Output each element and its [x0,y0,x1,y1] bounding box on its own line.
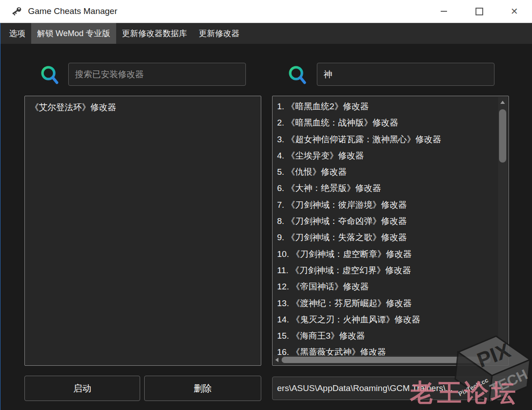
menu-item-unlock-wemod[interactable]: 解锁 WeMod 专业版 [31,23,116,44]
installed-trainers-list: 《艾尔登法环》修改器 [25,96,261,365]
list-item[interactable]: 7. 《刀剑神域：彼岸游境》修改器 [277,197,498,213]
menu-item-update-trainers[interactable]: 更新修改器 [193,23,245,44]
list-item[interactable]: 12. 《帝国神话》修改器 [277,279,498,295]
search-icon [39,65,60,85]
list-item[interactable]: 13. 《渡神纪：芬尼斯崛起》修改器 [277,295,498,312]
delete-button[interactable]: 删除 [144,376,261,401]
horizontal-scrollbar[interactable] [273,355,508,364]
scroll-down-icon[interactable] [500,350,505,354]
list-item[interactable]: 9. 《刀剑神域：失落之歌》修改器 [277,229,498,246]
list-item[interactable]: 6. 《大神：绝景版》修改器 [277,180,498,196]
launch-button[interactable]: 启动 [24,376,140,401]
vertical-scrollbar-thumb[interactable] [499,109,506,163]
close-button[interactable]: ✕ [497,0,532,23]
installed-trainers-panel: 《艾尔登法环》修改器 [24,96,261,366]
app-window: Game Cheats Manager ✕ 选项 解锁 WeMod 专业版 更新… [0,0,532,410]
maximize-icon [476,8,483,15]
list-item[interactable]: 《艾尔登法环》修改器 [30,100,255,115]
menu-bar: 选项 解锁 WeMod 专业版 更新修改器数据库 更新修改器 [0,23,532,44]
horizontal-scrollbar-thumb[interactable] [282,357,491,363]
scroll-left-icon[interactable] [275,358,278,362]
trainer-path-field[interactable]: ers\ASUS\AppData\Roaming\GCM Trainers\..… [272,377,509,400]
search-icon [287,65,308,85]
minimize-icon [441,11,447,12]
list-item[interactable]: 5. 《仇恨》修改器 [277,164,498,180]
list-item[interactable]: 3. 《超女神信仰诺瓦露：激神黑心》修改器 [277,131,498,148]
list-item[interactable]: 1. 《暗黑血统2》修改器 [277,98,498,115]
list-item[interactable]: 14. 《鬼灭之刃：火神血风谭》修改器 [277,312,498,328]
window-controls: ✕ [426,0,532,23]
search-results-panel: 1. 《暗黑血统2》修改器 2. 《暗黑血统：战神版》修改器 3. 《超女神信仰… [272,96,509,366]
list-item[interactable]: 4. 《尘埃异变》修改器 [277,148,498,164]
list-item[interactable]: 8. 《刀剑神域：夺命凶弹》修改器 [277,213,498,229]
list-item[interactable]: 11. 《刀剑神域：虚空幻界》修改器 [277,262,498,279]
key-icon [10,5,23,18]
title-bar: Game Cheats Manager ✕ [0,0,532,23]
window-title: Game Cheats Manager [28,6,118,16]
menu-item-options[interactable]: 选项 [3,23,31,44]
search-results-list: 1. 《暗黑血统2》修改器 2. 《暗黑血统：战神版》修改器 3. 《超女神信仰… [277,98,498,365]
list-item[interactable]: 2. 《暗黑血统：战神版》修改器 [277,115,498,131]
minimize-button[interactable] [426,0,461,23]
vertical-scrollbar[interactable] [498,97,508,355]
menu-item-update-database[interactable]: 更新修改器数据库 [116,23,193,44]
search-installed-input[interactable] [68,63,246,86]
search-downloadable-input[interactable] [317,63,494,86]
list-item[interactable]: 15. 《海商王3》修改器 [277,328,498,344]
list-item[interactable]: 10. 《刀剑神域：虚空断章》修改器 [277,246,498,262]
maximize-button[interactable] [461,0,497,23]
scroll-up-icon[interactable] [500,101,505,104]
close-icon: ✕ [511,7,518,16]
app-body: 选项 解锁 WeMod 专业版 更新修改器数据库 更新修改器 [0,23,532,410]
